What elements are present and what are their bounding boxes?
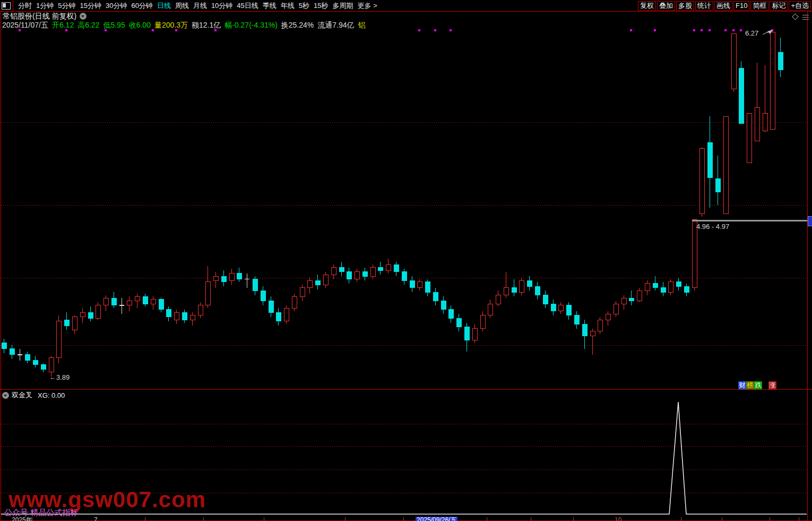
date-axis-label[interactable]: 2025/09/26/五 — [416, 517, 457, 521]
tool-button-画线[interactable]: 画线 — [714, 1, 732, 11]
quick-buttons: 财榜跌涨 — [738, 381, 776, 389]
title-row: 常铝股份(日线 前复权) — [3, 12, 87, 21]
candlestick-chart-canvas[interactable] — [0, 0, 812, 521]
quote-field: 高6.22 — [77, 21, 99, 29]
quote-field: 额12.1亿 — [192, 21, 221, 29]
layout-window-icon[interactable] — [2, 2, 11, 10]
tool-buttons: 复权叠加多股统计画线F10简框标记+自选 — [637, 1, 811, 11]
app-window: 分时1分钟5分钟15分钟30分钟60分钟日线周线月线10分钟45日线季线年线5秒… — [0, 0, 812, 521]
toolbar-separator — [13, 0, 13, 11]
period-tab-年线[interactable]: 年线 — [279, 1, 297, 11]
tool-button-统计[interactable]: 统计 — [695, 1, 713, 11]
period-tab-15分钟[interactable]: 15分钟 — [77, 1, 103, 11]
menu-lines-icon[interactable] — [802, 15, 809, 15]
price-axis-tag — [808, 216, 812, 226]
period-tab-30分钟[interactable]: 30分钟 — [103, 1, 129, 11]
quote-field: 幅-0.27(-4.31%) — [224, 21, 278, 29]
quote-field: 开6.12 — [52, 21, 74, 29]
indicator-value: XG: 0.00 — [38, 391, 65, 399]
quote-info-row: 2025/11/07/五开6.12高6.22低5.95收6.00量200.3万额… — [2, 21, 369, 30]
period-tab-多周期[interactable]: 多周期 — [331, 1, 356, 11]
title-corner-icons — [793, 14, 809, 19]
quote-field: 低5.95 — [103, 21, 125, 29]
tool-button-多股[interactable]: 多股 — [676, 1, 694, 11]
quick-button-跌[interactable]: 跌 — [754, 381, 762, 389]
period-tab-5分钟[interactable]: 5分钟 — [56, 1, 77, 11]
chevron-down-icon[interactable] — [80, 13, 87, 20]
quote-field: 量200.3万 — [154, 21, 188, 29]
period-tabs: 分时1分钟5分钟15分钟30分钟60分钟日线周线月线10分钟45日线季线年线5秒… — [16, 1, 379, 11]
period-tab-15秒[interactable]: 15秒 — [312, 1, 330, 11]
tool-button-+自选[interactable]: +自选 — [789, 1, 811, 11]
quote-field: 流通7.94亿 — [317, 21, 354, 29]
period-tab-周线[interactable]: 周线 — [173, 1, 191, 11]
date-axis-label[interactable]: 7 — [94, 517, 98, 521]
quick-button-涨[interactable]: 涨 — [768, 381, 776, 389]
period-tab-季线[interactable]: 季线 — [261, 1, 279, 11]
period-more-button[interactable]: 更多 > — [356, 1, 379, 11]
stock-title: 常铝股份(日线 前复权) — [3, 12, 76, 21]
date-axis-label[interactable]: 10 — [615, 517, 621, 521]
tool-button-简框[interactable]: 简框 — [750, 1, 768, 11]
toolbar: 分时1分钟5分钟15分钟30分钟60分钟日线周线月线10分钟45日线季线年线5秒… — [0, 0, 812, 12]
period-tab-分时[interactable]: 分时 — [16, 1, 34, 11]
indicator-name[interactable]: 双金叉 — [12, 390, 32, 400]
low-price-annotation: ←3.89 — [49, 373, 70, 381]
period-tab-10分钟[interactable]: 10分钟 — [209, 1, 235, 11]
tool-button-复权[interactable]: 复权 — [638, 1, 656, 11]
quote-field: 收6.00 — [129, 21, 151, 29]
period-tab-5秒[interactable]: 5秒 — [297, 1, 312, 11]
period-tab-月线[interactable]: 月线 — [191, 1, 209, 11]
diamond-icon[interactable] — [792, 13, 799, 20]
high-price-annotation: 6.27 — [745, 29, 758, 37]
period-tab-日线[interactable]: 日线 — [155, 1, 173, 11]
period-tab-45日线[interactable]: 45日线 — [235, 1, 260, 11]
range-line-label: 4.96 - 4.97 — [696, 223, 729, 230]
tool-button-叠加[interactable]: 叠加 — [657, 1, 675, 11]
indicator-header: 双金叉 XG: 0.00 — [2, 390, 65, 400]
quote-field: 2025/11/07/五 — [2, 21, 48, 29]
period-tab-1分钟[interactable]: 1分钟 — [34, 1, 56, 11]
period-tab-60分钟[interactable]: 60分钟 — [129, 1, 154, 11]
indicator-chevron-icon[interactable] — [2, 392, 9, 399]
tool-button-标记[interactable]: 标记 — [770, 1, 788, 11]
tool-button-F10[interactable]: F10 — [733, 1, 749, 11]
watermark-tagline: 公众号 精品公式指标 — [4, 508, 78, 518]
quick-button-榜[interactable]: 榜 — [746, 381, 754, 389]
quote-field: 铝 — [358, 21, 366, 29]
quote-field: 换25.24% — [281, 21, 314, 29]
quick-button-财[interactable]: 财 — [738, 381, 746, 389]
